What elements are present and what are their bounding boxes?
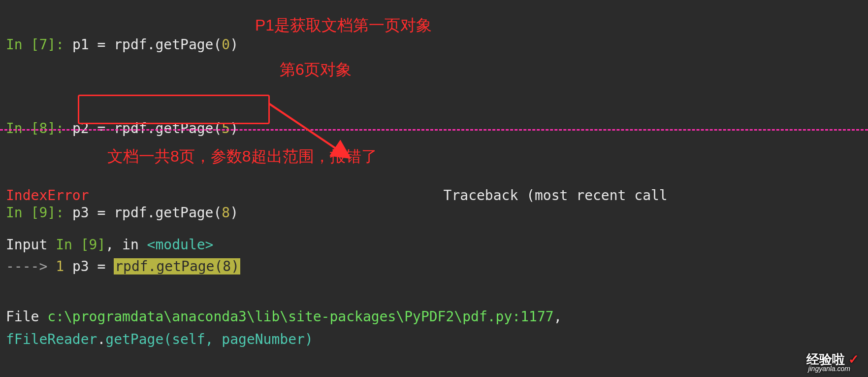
arg-num: 5 — [222, 120, 230, 137]
terminal-screenshot: In [7]: p1 = rpdf.getPage(0) In [8]: p2 … — [0, 0, 868, 377]
method-name: getPage — [105, 331, 163, 347]
code-text: ) — [230, 120, 238, 137]
error-name: IndexError — [6, 187, 89, 204]
call-line: fFileReader.getPage(self, pageNumber) — [6, 307, 313, 373]
logo-subtext: jingyanla.com — [808, 363, 850, 374]
annotation-1: P1是获取文档第一页对象 — [255, 13, 432, 38]
code-text: p2 = rpdf.getPage( — [72, 120, 222, 137]
arg-num: 0 — [222, 36, 230, 53]
prompt-in: In [ — [6, 120, 39, 137]
prompt-in: In [ — [6, 36, 39, 53]
space — [64, 258, 72, 274]
dot: . — [97, 331, 105, 347]
highlighted-code: rpdf.getPage(8) — [114, 258, 240, 274]
prompt-close: ]: — [47, 120, 72, 137]
call-args: (self, pageNumber) — [163, 331, 313, 347]
code-line-1: In [7]: p1 = rpdf.getPage(0) — [6, 12, 862, 78]
comma: , — [554, 308, 562, 325]
code-text: ) — [230, 36, 238, 53]
line-number: 1 — [56, 258, 64, 274]
annotation-3: 文档一共8页，参数8超出范围，报错了 — [107, 144, 377, 169]
prompt-close: ]: — [47, 36, 72, 53]
code-text: p1 = rpdf.getPage( — [72, 36, 222, 53]
traceback-text: Traceback (most recent call — [444, 187, 668, 204]
dashed-separator — [0, 129, 868, 131]
code-text: p3 = — [72, 258, 114, 274]
annotation-2: 第6页对象 — [280, 57, 352, 82]
watermark-logo: 经验啦 ✓ jingyanla.com — [806, 349, 859, 370]
arrow-marker: ----> — [6, 258, 56, 274]
class-name: fFileReader — [6, 331, 97, 347]
prompt-num: 7 — [39, 36, 47, 53]
prompt-num: 8 — [39, 120, 47, 137]
